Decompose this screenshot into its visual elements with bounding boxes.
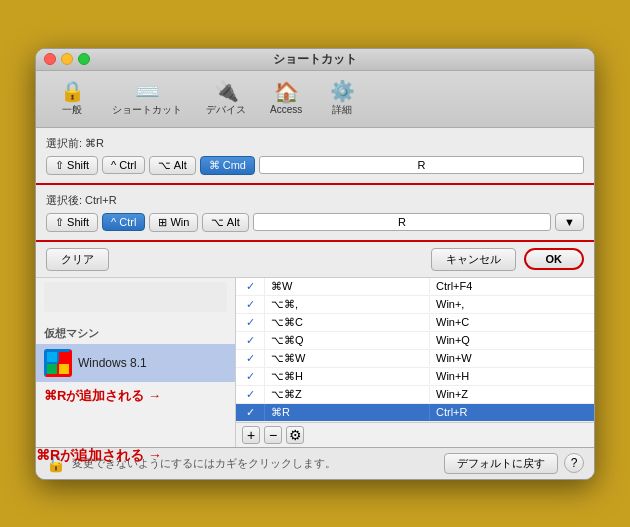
- ok-button[interactable]: OK: [524, 248, 585, 270]
- right-panel: ✓⌘WCtrl+F4✓⌥⌘,Win+,✓⌥⌘CWin+C✓⌥⌘QWin+Q✓⌥⌘…: [236, 278, 594, 447]
- table-row[interactable]: ✓⌥⌘WWin+W: [236, 350, 594, 368]
- row-checkbox[interactable]: ✓: [236, 296, 264, 313]
- table-row[interactable]: ✓⌥⌘,Win+,: [236, 296, 594, 314]
- toolbar-label-devices: デバイス: [206, 103, 246, 117]
- shortcut-before-label: 選択前: ⌘R: [46, 136, 584, 151]
- toolbar-label-access: Access: [270, 104, 302, 115]
- row-action: Ctrl+F4: [429, 278, 594, 294]
- windows-logo-icon: [44, 349, 72, 377]
- row-action: Ctrl+R: [429, 404, 594, 420]
- vm-name: Windows 8.1: [78, 356, 147, 370]
- main-body: 仮想マシン Windows 8.1 ✓⌘WCtrl+F4✓⌥⌘,Win+,✓⌥: [36, 278, 594, 447]
- shift-key-after[interactable]: ⇧ Shift: [46, 213, 98, 232]
- shortcuts-icon: ⌨️: [135, 81, 160, 101]
- shortcut-after-label: 選択後: Ctrl+R: [46, 193, 584, 208]
- shortcut-after-keys: ⇧ Shift ^ Ctrl ⊞ Win ⌥ Alt ▼: [46, 213, 584, 232]
- row-shortcut: ⌘R: [264, 404, 429, 421]
- alt-key-after[interactable]: ⌥ Alt: [202, 213, 248, 232]
- shift-key-before[interactable]: ⇧ Shift: [46, 156, 98, 175]
- row-shortcut: ⌥⌘H: [264, 368, 429, 385]
- row-checkbox[interactable]: ✓: [236, 278, 264, 295]
- toolbar-item-access[interactable]: 🏠 Access: [260, 78, 312, 119]
- alt-key-before[interactable]: ⌥ Alt: [149, 156, 195, 175]
- table-rows: ✓⌘WCtrl+F4✓⌥⌘,Win+,✓⌥⌘CWin+C✓⌥⌘QWin+Q✓⌥⌘…: [236, 278, 594, 422]
- annotation-text: ⌘Rが追加される →: [36, 447, 594, 465]
- table-row[interactable]: ✓⌥⌘ZWin+Z: [236, 386, 594, 404]
- toolbar-label-general: 一般: [62, 103, 82, 117]
- svg-rect-0: [47, 352, 57, 362]
- svg-rect-1: [59, 352, 69, 362]
- row-shortcut: ⌥⌘,: [264, 296, 429, 313]
- vm-section-header: 仮想マシン: [36, 320, 235, 344]
- win-key-after[interactable]: ⊞ Win: [149, 213, 198, 232]
- row-action: Win+,: [429, 296, 594, 312]
- shortcut-after-section: 選択後: Ctrl+R ⇧ Shift ^ Ctrl ⊞ Win ⌥ Alt ▼: [36, 185, 594, 242]
- row-shortcut: ⌥⌘W: [264, 350, 429, 367]
- add-shortcut-button[interactable]: +: [242, 426, 260, 444]
- svg-rect-2: [47, 364, 57, 374]
- row-shortcut: ⌥⌘Z: [264, 386, 429, 403]
- toolbar-item-shortcuts[interactable]: ⌨️ ショートカット: [102, 77, 192, 121]
- row-checkbox[interactable]: ✓: [236, 386, 264, 403]
- window-title: ショートカット: [273, 51, 357, 68]
- cmd-key-before[interactable]: ⌘ Cmd: [200, 156, 255, 175]
- cancel-button[interactable]: キャンセル: [431, 248, 516, 271]
- table-row[interactable]: ✓⌥⌘HWin+H: [236, 368, 594, 386]
- toolbar-item-general[interactable]: 🔒 一般: [46, 77, 98, 121]
- table-row[interactable]: ✓⌥⌘CWin+C: [236, 314, 594, 332]
- row-action: Win+H: [429, 368, 594, 384]
- ctrl-key-before[interactable]: ^ Ctrl: [102, 156, 145, 174]
- general-icon: 🔒: [60, 81, 85, 101]
- row-action: Win+Z: [429, 386, 594, 402]
- toolbar: 🔒 一般 ⌨️ ショートカット 🔌 デバイス 🏠 Access ⚙️ 詳細: [36, 71, 594, 128]
- row-shortcut: ⌥⌘Q: [264, 332, 429, 349]
- traffic-lights: [44, 53, 90, 65]
- row-action: Win+W: [429, 350, 594, 366]
- toolbar-item-devices[interactable]: 🔌 デバイス: [196, 77, 256, 121]
- row-shortcut: ⌥⌘C: [264, 314, 429, 331]
- left-panel: 仮想マシン Windows 8.1: [36, 278, 236, 447]
- table-row[interactable]: ✓⌥⌘QWin+Q: [236, 332, 594, 350]
- toolbar-label-shortcuts: ショートカット: [112, 103, 182, 117]
- left-placeholder-1: [44, 282, 227, 312]
- access-icon: 🏠: [274, 82, 299, 102]
- row-action: Win+C: [429, 314, 594, 330]
- row-checkbox[interactable]: ✓: [236, 404, 264, 421]
- left-panel-upper: [36, 278, 235, 320]
- maximize-button[interactable]: [78, 53, 90, 65]
- table-row[interactable]: ✓⌘RCtrl+R: [236, 404, 594, 422]
- add-row-controls: + − ⚙: [236, 422, 594, 447]
- row-action: Win+Q: [429, 332, 594, 348]
- shortcut-after-value[interactable]: [253, 213, 551, 231]
- ctrl-key-after[interactable]: ^ Ctrl: [102, 213, 145, 231]
- clear-button[interactable]: クリア: [46, 248, 109, 271]
- settings-shortcut-button[interactable]: ⚙: [286, 426, 304, 444]
- dropdown-btn[interactable]: ▼: [555, 213, 584, 231]
- remove-shortcut-button[interactable]: −: [264, 426, 282, 444]
- vm-item-windows[interactable]: Windows 8.1: [36, 344, 235, 382]
- row-checkbox[interactable]: ✓: [236, 350, 264, 367]
- shortcut-before-keys: ⇧ Shift ^ Ctrl ⌥ Alt ⌘ Cmd: [46, 156, 584, 175]
- shortcut-table: ✓⌘WCtrl+F4✓⌥⌘,Win+,✓⌥⌘CWin+C✓⌥⌘QWin+Q✓⌥⌘…: [236, 278, 594, 422]
- minimize-button[interactable]: [61, 53, 73, 65]
- devices-icon: 🔌: [214, 81, 239, 101]
- details-icon: ⚙️: [330, 81, 355, 101]
- svg-rect-3: [59, 364, 69, 374]
- toolbar-item-details[interactable]: ⚙️ 詳細: [316, 77, 368, 121]
- row-checkbox[interactable]: ✓: [236, 368, 264, 385]
- table-row[interactable]: ✓⌘WCtrl+F4: [236, 278, 594, 296]
- row-checkbox[interactable]: ✓: [236, 314, 264, 331]
- close-button[interactable]: [44, 53, 56, 65]
- row-shortcut: ⌘W: [264, 278, 429, 295]
- title-bar: ショートカット: [36, 49, 594, 71]
- shortcut-before-value[interactable]: [259, 156, 584, 174]
- row-checkbox[interactable]: ✓: [236, 332, 264, 349]
- shortcut-before-section: 選択前: ⌘R ⇧ Shift ^ Ctrl ⌥ Alt ⌘ Cmd: [36, 128, 594, 185]
- toolbar-label-details: 詳細: [332, 103, 352, 117]
- action-bar: クリア キャンセル OK: [36, 242, 594, 278]
